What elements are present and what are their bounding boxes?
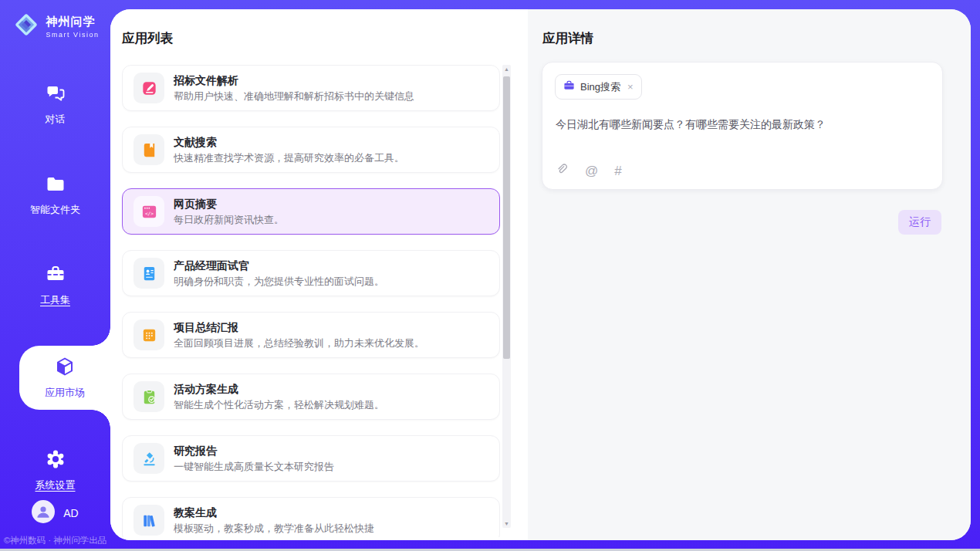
microscope-icon [133, 443, 164, 474]
tool-tag-bing-search[interactable]: Bing搜索 × [555, 74, 642, 100]
books-icon [133, 505, 164, 536]
edit-document-icon [133, 73, 164, 103]
clipboard-check-icon [133, 381, 164, 412]
app-card-desc: 帮助用户快速、准确地理解和解析招标书中的关键信息 [174, 90, 414, 103]
tag-close-icon[interactable]: × [627, 81, 634, 93]
app-card[interactable]: 活动方案生成 智能生成个性化活动方案，轻松解决规划难题。 [122, 374, 500, 420]
brand-name: 神州问学 [46, 15, 100, 29]
copyright-text: ©神州数码 · 神州问学出品 [4, 535, 107, 546]
svg-text:</>: </> [144, 211, 153, 216]
app-card[interactable]: 招标文件解析 帮助用户快速、准确地理解和解析招标书中的关键信息 [122, 65, 500, 111]
sidebar-item-market[interactable]: 应用市场 [19, 346, 110, 410]
app-card-title: 产品经理面试官 [174, 259, 384, 272]
paperclip-icon[interactable] [556, 163, 569, 179]
app-card-title: 文献搜索 [174, 135, 404, 149]
toolbox-icon [45, 263, 66, 288]
app-card[interactable]: 教案生成 模板驱动，教案秒成，教学准备从此轻松快捷 [122, 497, 500, 537]
app-detail-title: 应用详情 [542, 30, 593, 47]
sidebar: 神州问学 Smart Vision 对话 智能文件夹 工具集 应用市场 [0, 0, 110, 551]
run-button[interactable]: 运行 [898, 210, 941, 235]
brand-logo: 神州问学 Smart Vision [12, 10, 100, 42]
app-card-desc: 全面回顾项目进展，总结经验教训，助力未来优化发展。 [174, 336, 424, 350]
main-window: 应用列表 招标文件解析 帮助用户快速、准确地理解和解析招标书中的关键信息 文献搜… [110, 9, 971, 540]
app-card[interactable]: 研究报告 一键智能生成高质量长文本研究报告 [122, 435, 500, 482]
scrollbar-thumb[interactable] [503, 76, 510, 359]
prompt-text: 今日湖北有哪些新闻要点？有哪些需要关注的最新政策？ [556, 117, 930, 132]
app-list-title: 应用列表 [122, 30, 173, 47]
app-card-desc: 智能生成个性化活动方案，轻松解决规划难题。 [174, 398, 384, 412]
sidebar-item-settings[interactable]: 系统设置 [0, 441, 110, 500]
app-card-title: 研究报告 [174, 444, 334, 458]
gear-icon [45, 448, 66, 473]
sidebar-item-folders[interactable]: 智能文件夹 [0, 165, 110, 225]
brand-diamond-icon [12, 10, 41, 42]
app-card-title: 项目总结汇报 [174, 320, 424, 334]
attachment-toolbar: @ # [556, 163, 622, 179]
user-initials: AD [63, 507, 78, 519]
list-scrollbar[interactable]: ▲ ▼ [502, 65, 511, 528]
scroll-up-icon[interactable]: ▲ [502, 66, 511, 72]
resume-icon [133, 258, 164, 289]
user-chip[interactable]: AD [32, 500, 78, 526]
briefcase-icon [563, 79, 575, 94]
brand-subtitle: Smart Vision [46, 31, 100, 39]
app-card-desc: 每日政府新闻资讯快查。 [174, 213, 284, 227]
sidebar-nav: 对话 智能文件夹 工具集 应用市场 系统设置 [0, 75, 110, 500]
at-icon[interactable]: @ [585, 164, 598, 177]
app-detail-panel: 应用详情 Bing搜索 × 今日湖北有哪些新闻要点？有哪些需要关注的最新政策？ [528, 9, 971, 540]
app-card-desc: 明确身份和职责，为您提供专业性的面试问题。 [174, 275, 384, 289]
book-icon [133, 134, 164, 165]
scroll-down-icon[interactable]: ▼ [502, 521, 511, 526]
app-card-desc: 快速精准查找学术资源，提高研究效率的必备工具。 [174, 151, 404, 165]
app-card-title: 活动方案生成 [174, 382, 384, 396]
app-list: 招标文件解析 帮助用户快速、准确地理解和解析招标书中的关键信息 文献搜索 快速精… [122, 65, 500, 537]
sidebar-item-chat[interactable]: 对话 [0, 75, 110, 134]
tool-tag-label: Bing搜索 [580, 80, 620, 94]
app-card-desc: 一键智能生成高质量长文本研究报告 [174, 460, 334, 474]
folder-icon [45, 173, 66, 198]
app-card[interactable]: 产品经理面试官 明确身份和职责，为您提供专业性的面试问题。 [122, 250, 500, 296]
webpage-code-icon: </> [133, 196, 164, 227]
prompt-input-area[interactable]: Bing搜索 × 今日湖北有哪些新闻要点？有哪些需要关注的最新政策？ @ # [542, 62, 943, 190]
app-card-title: 网页摘要 [174, 197, 284, 211]
user-avatar-icon [32, 500, 55, 526]
app-card[interactable]: </> 网页摘要 每日政府新闻资讯快查。 [122, 188, 500, 235]
hash-icon[interactable]: # [614, 164, 621, 177]
app-card[interactable]: 项目总结汇报 全面回顾项目进展，总结经验教训，助力未来优化发展。 [122, 312, 500, 358]
chat-icon [45, 83, 66, 107]
app-list-panel: 应用列表 招标文件解析 帮助用户快速、准确地理解和解析招标书中的关键信息 文献搜… [110, 9, 528, 540]
app-card-title: 招标文件解析 [174, 73, 414, 87]
cube-icon [54, 356, 76, 380]
sidebar-item-tools[interactable]: 工具集 [0, 255, 110, 315]
memo-icon [133, 319, 164, 350]
app-card-desc: 模板驱动，教案秒成，教学准备从此轻松快捷 [174, 522, 374, 536]
app-card[interactable]: 文献搜索 快速精准查找学术资源，提高研究效率的必备工具。 [122, 127, 500, 173]
app-card-title: 教案生成 [174, 505, 374, 519]
